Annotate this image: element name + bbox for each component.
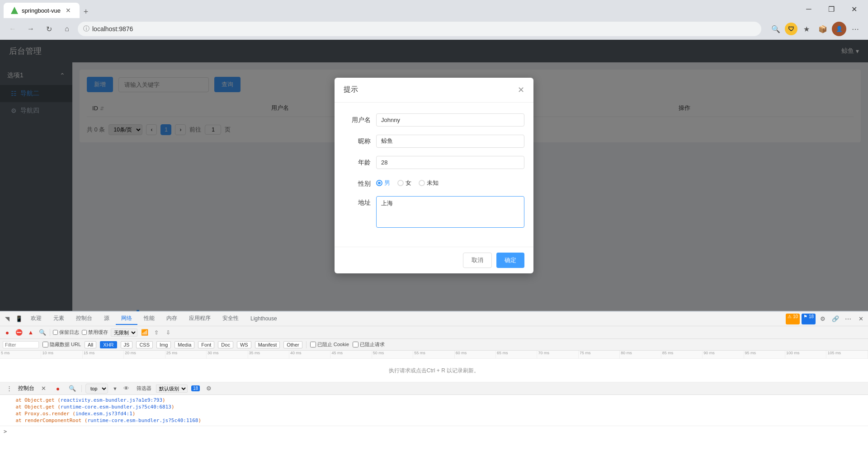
app-content: 后台管理 鲸鱼 ▾ 选项1 ⌃ ☷ 导航二 — [0, 40, 868, 311]
browser-actions: 🔍 🛡 ★ 📦 👤 ⋯ — [769, 22, 863, 36]
zoom-button[interactable]: 🔍 — [769, 22, 783, 36]
home-button[interactable]: ⌂ — [60, 22, 74, 36]
blocked-request-checkbox[interactable]: 已阻止请求 — [353, 341, 385, 348]
filter-js[interactable]: JS — [121, 341, 133, 348]
profile-avatar[interactable]: 👤 — [832, 22, 846, 36]
radio-male[interactable]: 男 — [376, 179, 390, 187]
favorites-button[interactable]: ★ — [799, 22, 814, 36]
log-level-select[interactable]: 默认级别 — [156, 385, 188, 393]
modal-overlay: 提示 ✕ 用户名 昵称 年龄 — [0, 40, 868, 311]
filter-font[interactable]: Font — [198, 341, 214, 348]
address-input-wrap[interactable]: ⓘ localhost:9876 — [78, 22, 761, 36]
tab-sources[interactable]: 源 — [99, 313, 115, 325]
tab-application[interactable]: 应用程序 — [184, 313, 216, 325]
new-tab-button[interactable]: + — [80, 5, 92, 18]
collections-button[interactable]: 📦 — [816, 22, 830, 36]
restore-button[interactable]: ❐ — [821, 2, 842, 16]
tab-elements[interactable]: 元素 — [48, 313, 70, 325]
back-button[interactable]: ← — [5, 22, 20, 36]
active-tab[interactable]: springboot-vue ✕ — [4, 3, 80, 18]
preserve-log-checkbox[interactable]: 保留日志 — [53, 329, 79, 336]
cancel-button[interactable]: 取消 — [463, 253, 492, 268]
console-link-3[interactable]: index.esm.js?3fd4:1 — [75, 411, 132, 417]
wifi-icon[interactable]: 📶 — [140, 328, 149, 337]
console-filter-icon[interactable]: 🔍 — [67, 383, 78, 394]
console-eye-button[interactable]: 👁 — [121, 383, 132, 394]
clear-button[interactable]: ⛔ — [14, 328, 24, 337]
hide-data-url-checkbox[interactable]: 隐藏数据 URL — [42, 341, 81, 348]
radio-unknown[interactable]: 未知 — [419, 179, 439, 187]
devtools-panel: ◥ 📱 欢迎 元素 控制台 源 网络 性能 内存 应用程序 安全性 Lighth… — [0, 311, 868, 460]
context-dropdown-icon: ▼ — [113, 386, 118, 391]
radio-female[interactable]: 女 — [397, 179, 411, 187]
reload-button[interactable]: ↻ — [42, 22, 56, 36]
console-link-4[interactable]: runtime-core.esm-bundler.js?5c40:1168 — [87, 418, 198, 423]
console-link-2[interactable]: runtime-core.esm-bundler.js?5c40:6813 — [61, 404, 171, 410]
network-toolbar: ● ⛔ ▲ 🔍 保留日志 禁用缓存 无限制 📶 ⇧ ⇩ — [0, 326, 868, 339]
nickname-input[interactable] — [376, 135, 524, 148]
more-options-button[interactable]: ⋯ — [843, 314, 854, 324]
info-icon: ⓘ — [83, 25, 90, 33]
separator2 — [306, 341, 307, 348]
minimize-button[interactable]: ─ — [798, 2, 819, 16]
tab-lighthouse[interactable]: Lighthouse — [245, 314, 283, 324]
devtools-inspect-button[interactable]: ◥ — [2, 314, 13, 324]
filter-input[interactable] — [3, 341, 39, 348]
close-button[interactable]: ✕ — [844, 2, 864, 16]
tab-console[interactable]: 控制台 — [71, 313, 98, 325]
download-icon[interactable]: ⇩ — [164, 328, 173, 337]
blocked-cookie-checkbox[interactable]: 已阻止 Cookie — [310, 341, 349, 348]
modal-footer: 取消 确定 — [335, 247, 533, 273]
tab-close-button[interactable]: ✕ — [64, 6, 72, 14]
settings-icon[interactable]: ⚙ — [817, 314, 828, 324]
confirm-button[interactable]: 确定 — [496, 253, 524, 268]
filter-img[interactable]: Img — [156, 341, 171, 348]
radio-unknown-label: 未知 — [427, 179, 439, 187]
filter-doc[interactable]: Doc — [218, 341, 233, 348]
tab-bar: springboot-vue ✕ + — [4, 0, 795, 18]
username-label: 用户名 — [344, 113, 371, 124]
tab-welcome[interactable]: 欢迎 — [25, 313, 47, 325]
disable-cache-checkbox[interactable]: 禁用缓存 — [82, 329, 108, 336]
throttle-select[interactable]: 无限制 — [111, 329, 137, 337]
filter-label: 筛选器 — [137, 385, 151, 392]
devtools-device-button[interactable]: 📱 — [14, 314, 24, 324]
address-bar: ← → ↻ ⌂ ⓘ localhost:9876 🔍 🛡 ★ 📦 👤 ⋯ — [0, 18, 868, 40]
console-line-2: at Object.get (runtime-core.esm-bundler.… — [4, 404, 864, 410]
filter-ws[interactable]: WS — [237, 341, 251, 348]
modal-dialog: 提示 ✕ 用户名 昵称 年龄 — [335, 78, 533, 273]
tab-security[interactable]: 安全性 — [217, 313, 244, 325]
address-text: localhost:9876 — [92, 25, 756, 33]
filter-icon-button[interactable]: ▲ — [26, 328, 35, 337]
modal-title: 提示 — [344, 85, 358, 94]
devtools-close-button[interactable]: ✕ — [855, 314, 866, 324]
filter-media[interactable]: Media — [175, 341, 194, 348]
filter-other[interactable]: Other — [283, 341, 302, 348]
record-button[interactable]: ● — [3, 328, 12, 337]
address-input[interactable]: 上海 — [376, 196, 524, 228]
filter-xhr[interactable]: XHR — [100, 341, 117, 348]
tab-performance[interactable]: 性能 — [138, 313, 160, 325]
dock-icon[interactable]: 🔗 — [830, 314, 841, 324]
console-settings-icon[interactable]: ⚙ — [203, 383, 214, 394]
tab-memory[interactable]: 内存 — [161, 313, 183, 325]
menu-button[interactable]: ⋯ — [848, 22, 863, 36]
modal-close-button[interactable]: ✕ — [518, 85, 524, 95]
separator1 — [50, 329, 50, 336]
upload-icon[interactable]: ⇧ — [152, 328, 161, 337]
radio-unknown-circle — [419, 180, 425, 186]
console-menu-icon[interactable]: ⋮ — [4, 383, 14, 394]
console-record-btn[interactable]: ● — [52, 383, 63, 394]
tab-network[interactable]: 网络 — [116, 313, 137, 325]
filter-css[interactable]: CSS — [136, 341, 153, 348]
filter-all[interactable]: All — [85, 341, 96, 348]
search-button-nt[interactable]: 🔍 — [38, 328, 47, 337]
console-link-1[interactable]: reactivity.esm-bundler.js?a1e9:793 — [61, 397, 162, 403]
tab-favicon — [11, 7, 18, 14]
username-input[interactable] — [376, 113, 524, 127]
console-close-button[interactable]: ✕ — [38, 383, 49, 394]
filter-manifest[interactable]: Manifest — [255, 341, 280, 348]
forward-button[interactable]: → — [24, 22, 38, 36]
age-input[interactable] — [376, 156, 524, 169]
context-selector[interactable]: top — [85, 384, 108, 394]
